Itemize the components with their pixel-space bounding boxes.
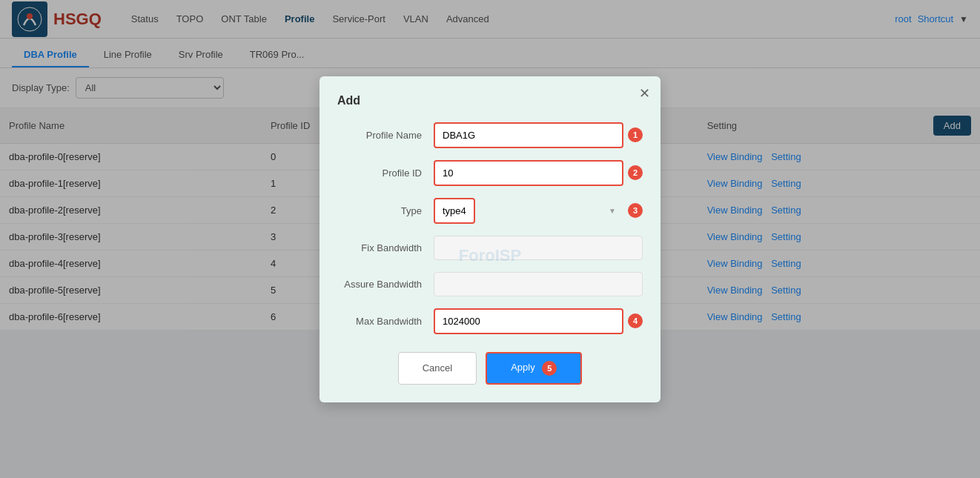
form-row-fix-bandwidth: Fix Bandwidth [337, 236, 643, 260]
form-row-type: Type type1 type2 type3 type4 3 [337, 198, 643, 224]
form-row-max-bandwidth: Max Bandwidth 4 [337, 308, 643, 331]
modal-close-button[interactable]: ✕ [639, 85, 650, 102]
badge-2: 2 [628, 165, 643, 180]
badge-1: 1 [628, 127, 643, 142]
profile-id-label: Profile ID [337, 167, 434, 179]
assure-bandwidth-label: Assure Bandwidth [337, 279, 434, 290]
max-bandwidth-label: Max Bandwidth [337, 316, 434, 327]
type-label: Type [337, 205, 434, 216]
modal-overlay: ForoISP Add ✕ Profile Name 1 Profile ID … [0, 0, 980, 331]
modal-add: ForoISP Add ✕ Profile Name 1 Profile ID … [320, 76, 660, 331]
form-row-profile-name: Profile Name 1 [337, 122, 643, 148]
form-row-profile-id: Profile ID 2 [337, 160, 643, 186]
badge-3: 3 [628, 203, 643, 218]
max-bandwidth-input[interactable] [434, 308, 623, 331]
profile-id-input[interactable] [434, 160, 623, 186]
modal-title: Add [337, 94, 643, 107]
fix-bandwidth-label: Fix Bandwidth [337, 242, 434, 253]
badge-4: 4 [628, 313, 643, 328]
assure-bandwidth-input[interactable] [434, 272, 643, 296]
profile-name-label: Profile Name [337, 130, 434, 141]
fix-bandwidth-input[interactable] [434, 236, 643, 260]
type-select-wrapper: type1 type2 type3 type4 [434, 198, 623, 224]
type-select[interactable]: type1 type2 type3 type4 [434, 198, 475, 224]
profile-name-input[interactable] [434, 122, 623, 148]
form-row-assure-bandwidth: Assure Bandwidth [337, 272, 643, 296]
